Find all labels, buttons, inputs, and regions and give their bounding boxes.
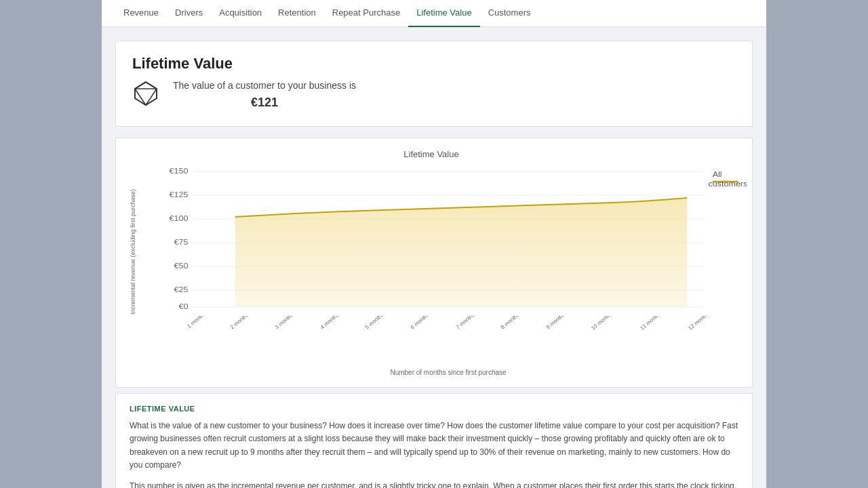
info-card: LIFETIME VALUE What is the value of a ne…	[115, 393, 753, 488]
header-card: Lifetime Value The value of a customer t…	[115, 41, 753, 127]
x-label-9: 9 months	[545, 316, 583, 350]
nav-bar: Revenue Drivers Acquisition Retention Re…	[102, 0, 766, 27]
header-row: The value of a customer to your business…	[132, 78, 736, 113]
x-label-5: 5 months	[364, 316, 401, 350]
x-label-2: 2 months	[229, 316, 266, 350]
x-label-3: 3 months	[274, 316, 311, 350]
svg-text:€50: €50	[174, 262, 189, 270]
chart-svg: €150 €125 €100 €75 €50 €25 €0	[150, 165, 747, 314]
svg-text:€0: €0	[179, 303, 189, 310]
y-axis-label: Incremental revenue (excluding first pur…	[130, 226, 136, 314]
nav-item-lifetime-value[interactable]: Lifetime Value	[408, 0, 479, 27]
nav-item-customers[interactable]: Customers	[480, 0, 539, 27]
svg-text:All: All	[713, 171, 722, 178]
x-label-10: 10 months	[591, 316, 630, 350]
chart-title: Lifetime Value	[116, 149, 747, 159]
x-label-1: 1 month	[186, 316, 221, 349]
svg-text:€100: €100	[170, 215, 189, 222]
x-label-7: 7 months	[455, 316, 492, 350]
page-title: Lifetime Value	[132, 55, 736, 73]
svg-text:customers: customers	[708, 180, 747, 188]
nav-item-drivers[interactable]: Drivers	[167, 0, 211, 27]
value-statement: The value of a customer to your business…	[173, 78, 356, 113]
nav-item-acquisition[interactable]: Acquisition	[211, 0, 270, 27]
nav-item-retention[interactable]: Retention	[270, 0, 324, 27]
x-label-11: 11 months	[639, 316, 678, 350]
y-axis-label-container: Incremental revenue (excluding first pur…	[116, 165, 150, 376]
svg-text:€25: €25	[174, 286, 189, 293]
nav-item-revenue[interactable]: Revenue	[115, 0, 167, 27]
svg-line-2	[135, 89, 146, 105]
info-paragraph-1: What is the value of a new customer to y…	[130, 420, 738, 472]
page-wrapper: Revenue Drivers Acquisition Retention Re…	[102, 0, 766, 488]
content-area: Lifetime Value The value of a customer t…	[102, 27, 766, 488]
value-amount: €121	[173, 93, 356, 113]
svg-text:€75: €75	[174, 239, 189, 246]
x-label-6: 6 months	[410, 316, 447, 350]
info-section-title: LIFETIME VALUE	[130, 405, 738, 413]
info-paragraph-2: This number is given as the incremental …	[130, 480, 738, 488]
svg-line-5	[146, 82, 157, 89]
x-label-4: 4 months	[319, 316, 357, 350]
x-axis-title: Number of months since first purchase	[150, 369, 747, 376]
svg-line-4	[135, 82, 146, 89]
svg-text:€125: €125	[170, 191, 189, 199]
diamond-icon	[132, 79, 159, 112]
x-label-12: 12 months	[687, 316, 709, 350]
nav-item-repeat-purchase[interactable]: Repeat Purchase	[324, 0, 408, 27]
svg-line-3	[146, 89, 157, 105]
svg-text:€150: €150	[170, 167, 189, 175]
chart-card: Lifetime Value Incremental revenue (excl…	[115, 138, 753, 388]
x-label-8: 8 months	[500, 316, 537, 350]
